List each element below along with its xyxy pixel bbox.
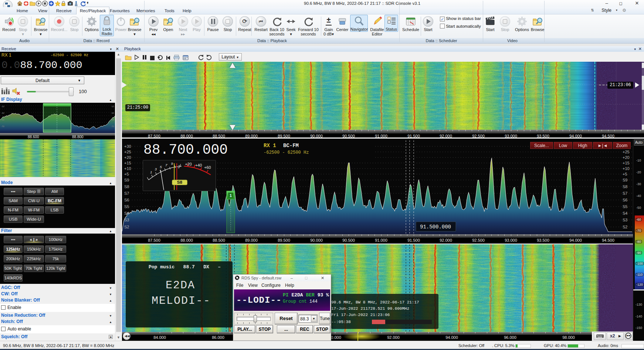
svg-text:91.500.000: 91.500.000 bbox=[420, 224, 451, 230]
svg-text:+20: +20 bbox=[124, 155, 131, 160]
svg-text:+5: +5 bbox=[623, 172, 627, 176]
svg-text:S9: S9 bbox=[623, 178, 627, 182]
svg-text:1: 1 bbox=[150, 170, 152, 174]
svg-text:S2: S2 bbox=[623, 225, 627, 229]
svg-text:S7: S7 bbox=[124, 191, 129, 196]
svg-text:S8: S8 bbox=[177, 180, 183, 184]
svg-text:S6: S6 bbox=[623, 198, 627, 202]
svg-text:1: 1 bbox=[230, 193, 232, 198]
svg-text:+15: +15 bbox=[124, 161, 131, 165]
svg-text:J: J bbox=[178, 164, 180, 169]
svg-text:+10: +10 bbox=[623, 166, 630, 171]
svg-text:+40: +40 bbox=[195, 163, 202, 167]
svg-text:-10: -10 bbox=[111, 105, 114, 108]
svg-text:-50: -50 bbox=[111, 119, 114, 121]
svg-text:S3: S3 bbox=[124, 218, 129, 222]
svg-text:S9: S9 bbox=[124, 178, 129, 182]
svg-text:+10: +10 bbox=[124, 166, 131, 171]
svg-text:+20: +20 bbox=[623, 155, 630, 160]
svg-text:-30: -30 bbox=[1, 112, 4, 114]
svg-text:S4: S4 bbox=[124, 211, 129, 215]
svg-text:S5: S5 bbox=[124, 204, 129, 209]
svg-text:+5: +5 bbox=[124, 172, 129, 176]
svg-text:-50: -50 bbox=[1, 119, 4, 121]
svg-text:+60: +60 bbox=[204, 165, 211, 170]
svg-text:S8: S8 bbox=[124, 184, 129, 189]
svg-text:+20: +20 bbox=[185, 162, 192, 166]
svg-text:S3: S3 bbox=[623, 218, 627, 222]
svg-text:+30: +30 bbox=[124, 144, 131, 149]
svg-text:3: 3 bbox=[155, 167, 157, 171]
svg-text:-30: -30 bbox=[111, 112, 114, 114]
svg-text:S8: S8 bbox=[623, 184, 627, 189]
svg-text:+15: +15 bbox=[623, 161, 630, 165]
svg-text:S7: S7 bbox=[623, 191, 627, 196]
svg-text:-70: -70 bbox=[111, 125, 114, 128]
svg-text:S2: S2 bbox=[124, 225, 129, 229]
svg-text:9: 9 bbox=[171, 162, 173, 166]
svg-text:S4: S4 bbox=[623, 211, 627, 215]
svg-text:S5: S5 bbox=[623, 204, 627, 209]
svg-text:S6: S6 bbox=[124, 198, 129, 202]
svg-text:+25: +25 bbox=[124, 150, 131, 154]
svg-text:±: ± bbox=[327, 16, 331, 24]
svg-text:7: 7 bbox=[165, 163, 167, 167]
svg-text:5: 5 bbox=[160, 165, 162, 169]
svg-text:-10: -10 bbox=[1, 105, 4, 108]
svg-text:-70: -70 bbox=[1, 125, 4, 128]
svg-text:+25: +25 bbox=[623, 150, 630, 154]
